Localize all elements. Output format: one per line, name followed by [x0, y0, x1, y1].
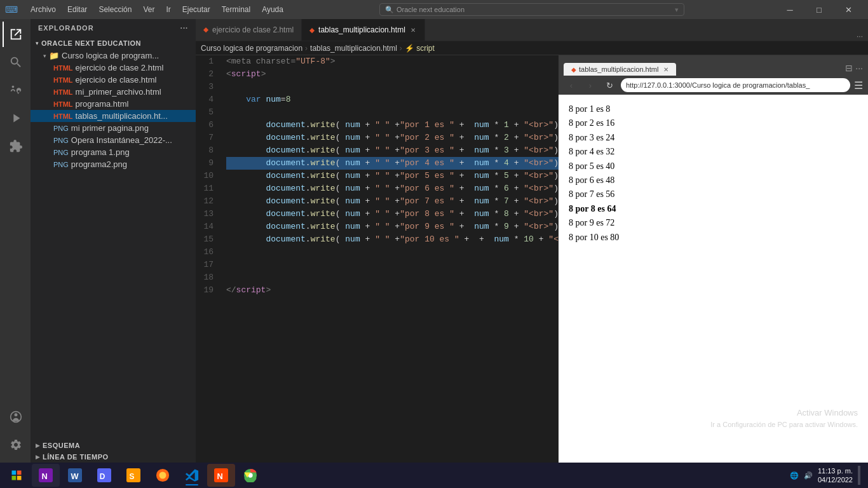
output-line-4: 8 por 4 es 32 [569, 145, 858, 159]
code-line-17 [226, 259, 559, 271]
browser-split-icon[interactable]: ⊟ [845, 63, 853, 76]
window-controls: ─ □ ✕ [775, 0, 863, 19]
code-line-5 [226, 106, 559, 119]
activity-extensions-icon[interactable] [3, 133, 28, 159]
menu-ver[interactable]: Ver [138, 4, 159, 15]
browser-back-button[interactable]: ‹ [564, 78, 579, 93]
output-line-6: 8 por 6 es 48 [569, 173, 858, 187]
svg-text:S: S [130, 472, 135, 481]
tab-close-icon[interactable]: ✕ [409, 25, 417, 35]
menu-ir[interactable]: Ir [161, 4, 175, 15]
img-file-icon: PNG [53, 161, 69, 168]
menu-ayuda[interactable]: Ayuda [257, 4, 288, 15]
workspace-section[interactable]: ▾ ORACLE NEXT EDUCATION [31, 37, 196, 50]
show-desktop-button[interactable] [858, 466, 860, 485]
browser-menu-icon[interactable]: ☰ [854, 79, 863, 92]
close-button[interactable]: ✕ [834, 0, 863, 19]
code-line-3 [226, 81, 559, 93]
browser-tab-label: tablas_multiplicacion.html [579, 65, 658, 73]
browser-forward-button[interactable]: › [583, 78, 598, 93]
maximize-button[interactable]: □ [804, 0, 834, 19]
browser-tab[interactable]: ◆ tablas_multiplicacion.html ✕ [564, 63, 676, 76]
taskbar-start-button[interactable] [3, 464, 31, 487]
minimize-button[interactable]: ─ [775, 0, 804, 19]
taskbar: N W D S N 🌐 🔊 11:13 p. m. 04/12/2022 [0, 463, 868, 488]
svg-text:N: N [217, 471, 223, 481]
code-line-4: var num=8 [226, 93, 559, 106]
file-primer-archivo[interactable]: HTML mi_primer_archivo.html [31, 86, 196, 98]
taskbar-onenote-icon[interactable]: N [32, 464, 60, 487]
tab-ejercicio2[interactable]: ◆ ejercicio de clase 2.html [196, 19, 302, 41]
html-file-icon: HTML [53, 64, 73, 72]
html-file-icon: HTML [53, 76, 73, 84]
code-editor[interactable]: 12345 678910 1112131415 16171819 <meta c… [196, 55, 559, 463]
breadcrumb-folder: Curso logica de programacion [201, 44, 302, 53]
sidebar-esquema[interactable]: ▶ ESQUEMA [31, 440, 196, 451]
browser-address-bar[interactable]: http://127.0.0.1:3000/Curso logica de pr… [621, 78, 850, 92]
breadcrumb: Curso logica de programacion › tablas_mu… [196, 41, 868, 55]
code-line-7: document.write( num + " " +"por 2 es " +… [226, 132, 559, 144]
svg-text:W: W [71, 471, 79, 481]
browser-refresh-button[interactable]: ↻ [602, 78, 617, 93]
file-programa2[interactable]: PNG programa2.png [31, 158, 196, 170]
search-text: Oracle next education [397, 6, 465, 13]
file-tablas[interactable]: HTML tablas_multiplicacion.ht... [31, 110, 196, 122]
code-line-10: document.write( num + " " +"por 5 es " +… [226, 170, 559, 182]
folder-name: Curso logica de program... [62, 51, 159, 60]
svg-text:N: N [42, 471, 48, 481]
date-display: 04/12/2022 [818, 475, 853, 484]
file-name: tablas_multiplicacion.ht... [76, 111, 168, 121]
file-ejercicio[interactable]: HTML ejercicio de clase.html [31, 74, 196, 86]
svg-rect-5 [12, 471, 17, 475]
search-dropdown-icon: ▾ [675, 6, 679, 14]
svg-rect-6 [17, 471, 22, 475]
main-layout: EXPLORADOR ··· ▾ ORACLE NEXT EDUCATION ▾… [0, 19, 868, 463]
file-programa1[interactable]: PNG programa 1.png [31, 146, 196, 158]
taskbar-firefox-icon[interactable] [149, 464, 177, 487]
file-programa[interactable]: HTML programa.html [31, 98, 196, 110]
sidebar-title: EXPLORADOR [38, 24, 94, 32]
html-tab-icon: ◆ [309, 27, 315, 34]
tab-more-button[interactable]: ··· [851, 32, 868, 41]
output-line-7: 8 por 7 es 56 [569, 187, 858, 201]
activity-settings-icon[interactable] [3, 432, 28, 458]
activity-search-icon[interactable] [3, 50, 28, 75]
workspace-chevron-icon: ▾ [36, 40, 39, 46]
browser-tab-close-icon[interactable]: ✕ [663, 66, 668, 73]
menu-editar[interactable]: Editar [62, 4, 92, 15]
menu-terminal[interactable]: Terminal [217, 4, 255, 15]
file-name: mi primer pagina.png [71, 123, 149, 133]
file-name: mi_primer_archivo.html [76, 87, 161, 97]
title-search-bar[interactable]: 🔍 Oracle next education ▾ [379, 3, 684, 16]
sidebar-more-icon[interactable]: ··· [180, 24, 188, 32]
taskbar-notification-icon[interactable]: N [207, 464, 235, 487]
taskbar-discord-icon[interactable]: D [90, 464, 118, 487]
activity-source-control-icon[interactable] [3, 78, 28, 103]
browser-more-icon[interactable]: ··· [855, 63, 863, 76]
taskbar-vscode-icon[interactable] [178, 464, 206, 487]
tab-tablas[interactable]: ◆ tablas_multiplicacion.html ✕ [302, 19, 425, 41]
img-file-icon: PNG [53, 125, 69, 132]
activity-explorer-icon[interactable] [3, 22, 28, 47]
menu-ejecutar[interactable]: Ejecutar [177, 4, 215, 15]
activity-run-icon[interactable] [3, 105, 28, 131]
output-line-10: 8 por 10 es 80 [569, 231, 858, 245]
folder-curso[interactable]: ▾ 📁 Curso logica de program... [31, 50, 196, 62]
taskbar-chrome-icon[interactable] [236, 464, 264, 487]
menu-archivo[interactable]: Archivo [25, 4, 61, 15]
file-opera[interactable]: PNG Opera Instantánea_2022-... [31, 134, 196, 146]
taskbar-sublime-icon[interactable]: S [119, 464, 147, 487]
watermark-subtitle: Ir a Configuración de PC para activar Wi… [710, 419, 858, 431]
activity-remote-icon[interactable] [3, 404, 28, 430]
taskbar-word-icon[interactable]: W [61, 464, 89, 487]
file-name: programa 1.png [71, 147, 130, 157]
file-ejercicio2[interactable]: HTML ejercicio de clase 2.html [31, 62, 196, 74]
file-name: programa2.png [71, 159, 127, 169]
output-line-9: 8 por 9 es 72 [569, 216, 858, 230]
sidebar-linea-tiempo[interactable]: ▶ LÍNEA DE TIEMPO [31, 451, 196, 463]
svg-point-18 [159, 472, 166, 479]
output-line-1: 8 por 1 es 8 [569, 102, 858, 116]
time-display: 11:13 p. m. [818, 466, 853, 475]
file-primer-pagina[interactable]: PNG mi primer pagina.png [31, 122, 196, 134]
menu-seleccion[interactable]: Selección [93, 4, 137, 15]
